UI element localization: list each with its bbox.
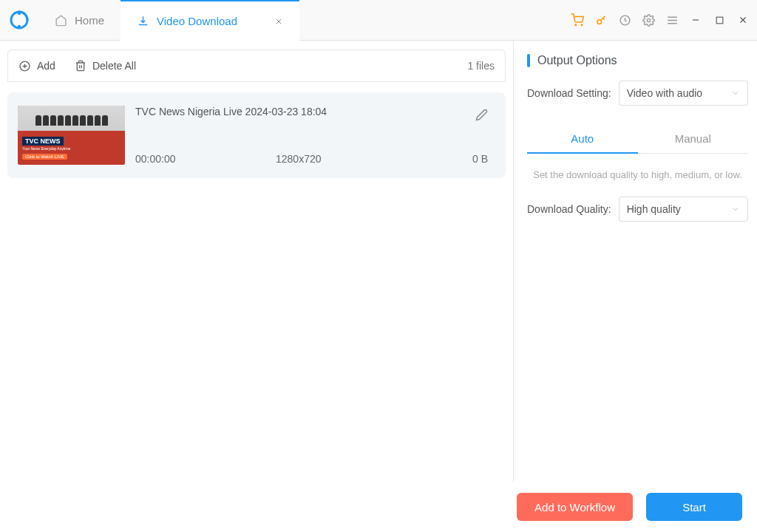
edit-icon[interactable]: [475, 109, 488, 121]
add-label: Add: [37, 60, 55, 72]
app-logo-icon: [9, 10, 30, 30]
output-options-title: Output Options: [527, 54, 748, 67]
tab-home[interactable]: Home: [38, 0, 120, 41]
download-list-panel: Add Delete All 1 files TVC NEWS Your New…: [0, 41, 513, 482]
chevron-down-icon: [731, 205, 740, 214]
add-to-workflow-button[interactable]: Add to Workflow: [517, 493, 633, 521]
history-icon[interactable]: [618, 13, 631, 27]
download-setting-label: Download Setting:: [527, 87, 611, 99]
download-setting-value: Video with audio: [627, 87, 702, 99]
list-toolbar: Add Delete All 1 files: [7, 50, 506, 82]
download-quality-label: Download Quality:: [527, 203, 611, 215]
svg-point-3: [575, 24, 577, 26]
start-button[interactable]: Start: [646, 493, 742, 521]
svg-rect-8: [716, 17, 723, 24]
delete-all-label: Delete All: [92, 60, 136, 72]
quality-mode-tabs: Auto Manual: [527, 125, 748, 154]
maximize-icon[interactable]: [713, 13, 726, 27]
thumb-channel-label: TVC NEWS: [22, 137, 64, 146]
cart-icon[interactable]: [571, 13, 584, 27]
delete-all-button[interactable]: Delete All: [75, 60, 136, 72]
svg-point-5: [597, 19, 601, 24]
key-icon[interactable]: [594, 13, 608, 27]
download-quality-select[interactable]: High quality: [619, 197, 748, 222]
download-icon: [137, 15, 149, 27]
download-quality-value: High quality: [627, 203, 681, 215]
settings-icon[interactable]: [642, 13, 655, 27]
item-duration: 00:00:00: [135, 153, 276, 165]
svg-point-4: [581, 24, 583, 26]
download-item[interactable]: TVC NEWS Your News Everyday Anytime Clic…: [7, 92, 506, 178]
app-window: Home Video Download: [0, 0, 757, 532]
output-options-panel: Output Options Download Setting: Video w…: [513, 41, 757, 482]
item-size: 0 B: [401, 153, 488, 165]
footer: Add to Workflow Start: [0, 482, 757, 532]
item-resolution: 1280x720: [276, 153, 401, 165]
title-actions: [571, 13, 757, 27]
tab-video-download-label: Video Download: [157, 15, 237, 27]
minimize-icon[interactable]: [689, 13, 702, 27]
main-body: Add Delete All 1 files TVC NEWS Your New…: [0, 41, 757, 482]
item-info: TVC News Nigeria Live 2024-03-23 18:04 0…: [135, 106, 488, 165]
tab-video-download[interactable]: Video Download: [120, 0, 299, 41]
svg-point-2: [18, 25, 21, 28]
svg-point-7: [647, 18, 650, 21]
tab-home-label: Home: [75, 14, 104, 27]
menu-icon[interactable]: [665, 13, 679, 27]
item-title: TVC News Nigeria Live 2024-03-23 18:04: [135, 106, 327, 117]
chevron-down-icon: [731, 89, 740, 98]
close-icon[interactable]: [736, 13, 750, 27]
tab-auto[interactable]: Auto: [527, 125, 638, 154]
plus-icon: [18, 60, 31, 72]
add-button[interactable]: Add: [18, 60, 55, 72]
quality-hint: Set the download quality to high, medium…: [527, 168, 748, 182]
file-count: 1 files: [467, 60, 495, 72]
home-icon: [55, 14, 67, 27]
tab-manual[interactable]: Manual: [638, 125, 749, 153]
svg-point-1: [18, 12, 21, 15]
tab-close-icon[interactable]: [274, 17, 283, 26]
trash-icon: [75, 60, 86, 72]
video-thumbnail: TVC NEWS Your News Everyday Anytime Clic…: [18, 106, 125, 165]
download-setting-select[interactable]: Video with audio: [619, 81, 748, 106]
titlebar: Home Video Download: [0, 0, 757, 41]
